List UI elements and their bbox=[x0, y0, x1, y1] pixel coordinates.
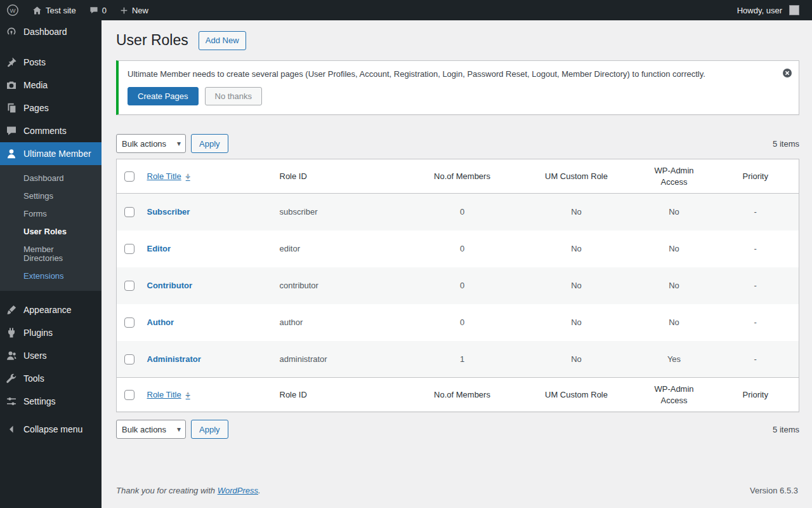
column-header-wp-admin-access: WP-Admin Access bbox=[636, 378, 712, 412]
bulk-actions-group: Bulk actions Apply bbox=[116, 134, 228, 153]
table-body: Subscriber subscriber 0 No No - Editor e… bbox=[117, 194, 799, 378]
sidebar-item-dashboard[interactable]: Dashboard bbox=[0, 20, 102, 43]
wordpress-link[interactable]: WordPress bbox=[218, 486, 258, 495]
sidebar-item-collapse-menu[interactable]: Collapse menu bbox=[0, 418, 102, 441]
table-nav-top: Bulk actions Apply 5 items bbox=[116, 134, 799, 153]
sidebar-item-comments[interactable]: Comments bbox=[0, 119, 102, 142]
sidebar-item-plugins[interactable]: Plugins bbox=[0, 321, 102, 344]
sidebar-item-label: Appearance bbox=[23, 305, 72, 315]
custom-role-cell: No bbox=[517, 194, 636, 231]
howdy-label: Howdy, user bbox=[737, 6, 782, 15]
items-count: 5 items bbox=[773, 425, 799, 434]
um-pages-notice: Ultimate Member needs to create several … bbox=[116, 60, 799, 115]
sort-role-title-link[interactable]: Role Title ▲▼ bbox=[147, 171, 190, 182]
row-checkbox[interactable] bbox=[124, 207, 134, 217]
sidebar-item-label: Dashboard bbox=[23, 27, 67, 37]
sidebar-item-tools[interactable]: Tools bbox=[0, 367, 102, 390]
submenu-item-settings[interactable]: Settings bbox=[0, 187, 102, 205]
wordpress-logo-menu[interactable]: W bbox=[0, 0, 25, 20]
items-count: 5 items bbox=[773, 139, 799, 149]
add-new-button[interactable]: Add New bbox=[199, 31, 246, 50]
bulk-actions-group: Bulk actions Apply bbox=[116, 420, 228, 439]
brush-icon bbox=[5, 304, 18, 316]
ultimate-member-submenu: Dashboard Settings Forms User Roles Memb… bbox=[0, 165, 102, 291]
sidebar-item-label: Plugins bbox=[23, 328, 53, 338]
footer-thanks-text: Thank you for creating with WordPress. bbox=[116, 486, 261, 495]
row-checkbox[interactable] bbox=[124, 354, 134, 364]
page-heading-row: User Roles Add New bbox=[116, 31, 799, 50]
menu-separator bbox=[0, 43, 102, 51]
table-row: Subscriber subscriber 0 No No - bbox=[117, 194, 799, 231]
column-header-priority: Priority bbox=[712, 159, 799, 194]
users-icon bbox=[5, 349, 18, 362]
apply-button[interactable]: Apply bbox=[191, 134, 228, 153]
priority-cell: - bbox=[712, 267, 799, 304]
dashboard-icon bbox=[5, 25, 18, 38]
header-row: Role Title ▲▼ Role ID No.of Members UM C… bbox=[117, 159, 799, 194]
create-pages-button[interactable]: Create Pages bbox=[128, 87, 199, 105]
custom-role-cell: No bbox=[517, 231, 636, 267]
my-account-menu[interactable]: Howdy, user bbox=[731, 0, 806, 20]
sidebar-item-label: Pages bbox=[23, 103, 49, 113]
table-row: Editor editor 0 No No - bbox=[117, 231, 799, 267]
select-all-checkbox[interactable] bbox=[124, 171, 134, 182]
table-header: Role Title ▲▼ Role ID No.of Members UM C… bbox=[117, 159, 799, 194]
column-header-members: No.of Members bbox=[408, 159, 517, 194]
site-name-menu[interactable]: Test site bbox=[25, 0, 82, 20]
user-roles-table: Role Title ▲▼ Role ID No.of Members UM C… bbox=[116, 159, 799, 412]
new-content-menu[interactable]: New bbox=[113, 0, 155, 20]
role-title-link[interactable]: Administrator bbox=[147, 354, 201, 364]
submenu-item-member-directories[interactable]: Member Directories bbox=[0, 241, 102, 267]
sidebar-item-posts[interactable]: Posts bbox=[0, 51, 102, 74]
dismiss-notice-icon[interactable] bbox=[782, 68, 792, 78]
comments-count: 0 bbox=[102, 6, 107, 15]
select-all-checkbox[interactable] bbox=[124, 390, 134, 400]
sidebar-item-label: Collapse menu bbox=[23, 424, 82, 434]
wp-admin-access-cell: No bbox=[636, 304, 712, 341]
submenu-item-extensions[interactable]: Extensions bbox=[0, 267, 102, 285]
role-title-link[interactable]: Editor bbox=[147, 244, 171, 253]
sidebar-item-pages[interactable]: Pages bbox=[0, 97, 102, 119]
apply-button[interactable]: Apply bbox=[191, 420, 228, 439]
sidebar-item-media[interactable]: Media bbox=[0, 74, 102, 97]
role-title-link[interactable]: Author bbox=[147, 318, 174, 327]
bulk-actions-select[interactable]: Bulk actions bbox=[116, 420, 186, 439]
role-title-link[interactable]: Subscriber bbox=[147, 207, 190, 217]
column-header-role-id: Role ID bbox=[273, 378, 408, 412]
submenu-item-dashboard[interactable]: Dashboard bbox=[0, 170, 102, 187]
menu-separator bbox=[0, 291, 102, 298]
site-name-label: Test site bbox=[46, 6, 76, 15]
main-content: User Roles Add New Ultimate Member needs… bbox=[102, 0, 812, 508]
role-title-link[interactable]: Contributor bbox=[147, 281, 192, 290]
sidebar-item-settings[interactable]: Settings bbox=[0, 390, 102, 413]
members-cell: 0 bbox=[408, 231, 517, 267]
comments-menu[interactable]: 0 bbox=[82, 0, 113, 20]
footer-version: Version 6.5.3 bbox=[750, 486, 798, 495]
admin-sidebar: Dashboard Posts Media Pages Comments Ult… bbox=[0, 20, 102, 508]
comment-bubble-icon bbox=[89, 5, 99, 15]
custom-role-cell: No bbox=[517, 304, 636, 341]
sidebar-item-label: Ultimate Member bbox=[23, 149, 91, 159]
role-id-cell: subscriber bbox=[273, 194, 408, 231]
column-header-priority: Priority bbox=[712, 378, 799, 412]
page-title: User Roles bbox=[116, 31, 188, 50]
members-cell: 0 bbox=[408, 267, 517, 304]
row-checkbox[interactable] bbox=[124, 244, 134, 254]
sidebar-item-users[interactable]: Users bbox=[0, 344, 102, 367]
priority-cell: - bbox=[712, 194, 799, 231]
submenu-item-user-roles[interactable]: User Roles bbox=[0, 223, 102, 241]
custom-role-cell: No bbox=[517, 341, 636, 378]
row-checkbox[interactable] bbox=[124, 281, 134, 291]
bulk-actions-select[interactable]: Bulk actions bbox=[116, 134, 186, 153]
table-footer: Role Title ▲▼ Role ID No.of Members UM C… bbox=[117, 378, 799, 412]
row-checkbox[interactable] bbox=[124, 318, 134, 328]
no-thanks-button[interactable]: No thanks bbox=[205, 87, 263, 105]
menu-separator bbox=[0, 413, 102, 418]
sidebar-item-ultimate-member[interactable]: Ultimate Member bbox=[0, 142, 102, 165]
submenu-item-forms[interactable]: Forms bbox=[0, 205, 102, 223]
column-header-custom-role: UM Custom Role bbox=[517, 159, 636, 194]
sort-role-title-link[interactable]: Role Title ▲▼ bbox=[147, 389, 190, 401]
sidebar-item-label: Tools bbox=[23, 373, 44, 384]
members-cell: 1 bbox=[408, 341, 517, 378]
sidebar-item-appearance[interactable]: Appearance bbox=[0, 298, 102, 321]
